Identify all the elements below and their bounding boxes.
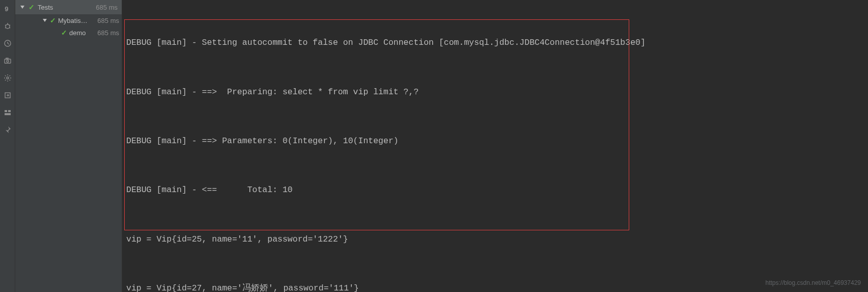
check-icon: ✓ (29, 3, 35, 11)
svg-line-5 (5, 28, 6, 28)
svg-point-1 (6, 24, 10, 29)
console-line: DEBUG [main] - ==> Parameters: 0(Integer… (126, 133, 864, 149)
svg-rect-15 (5, 113, 11, 115)
tool-icon-bar: 9 (0, 0, 15, 292)
console-output[interactable]: DEBUG [main] - Setting autocommit to fal… (122, 0, 868, 292)
gear-icon[interactable] (3, 73, 12, 83)
console-line: vip = Vip{id=25, name='11', password='12… (126, 231, 864, 248)
layout-icon[interactable] (3, 108, 12, 117)
console-line: DEBUG [main] - <== Total: 10 (126, 182, 864, 198)
svg-point-9 (7, 60, 9, 62)
camera-icon[interactable] (3, 56, 12, 65)
rerun-icon[interactable]: 9 (3, 4, 12, 13)
check-icon: ✓ (50, 16, 56, 24)
tests-header[interactable]: ✓ Tests 685 ms (15, 0, 122, 14)
chevron-down-icon[interactable] (19, 4, 25, 10)
test-node-duration: 685 ms (97, 29, 122, 37)
test-tree-node[interactable]: ✓ demo 685 ms (15, 26, 122, 39)
test-tree-panel: ✓ Tests 685 ms ✓ MybatisCacheTest 685 ms… (15, 0, 122, 292)
check-icon: ✓ (61, 29, 67, 37)
svg-rect-10 (6, 58, 8, 59)
svg-rect-14 (8, 110, 11, 112)
svg-text:9: 9 (5, 6, 9, 13)
test-node-label: MybatisCacheTest (58, 17, 90, 24)
svg-line-6 (9, 28, 10, 28)
console-line: DEBUG [main] - Setting autocommit to fal… (126, 35, 864, 51)
svg-marker-16 (20, 6, 24, 9)
test-tree-node[interactable]: ✓ MybatisCacheTest 685 ms (15, 14, 122, 26)
svg-line-4 (9, 25, 10, 25)
svg-rect-8 (5, 59, 11, 63)
test-node-duration: 685 ms (97, 17, 122, 24)
console-line: DEBUG [main] - ==> Preparing: select * f… (126, 84, 864, 100)
export-icon[interactable] (3, 91, 12, 100)
svg-marker-17 (43, 19, 47, 22)
test-node-label: demo (69, 29, 86, 37)
console-line: vip = Vip{id=27, name='冯娇娇', password='1… (126, 280, 864, 292)
tests-header-duration: 685 ms (96, 4, 118, 11)
chevron-down-icon[interactable] (42, 17, 48, 23)
watermark: https://blog.csdn.net/m0_46937429 (766, 277, 861, 289)
tests-header-label: Tests (38, 4, 53, 11)
history-icon[interactable] (3, 39, 12, 48)
svg-rect-13 (5, 110, 7, 112)
pin-icon[interactable] (3, 125, 12, 135)
svg-line-3 (5, 25, 6, 25)
debug-icon[interactable] (3, 21, 12, 31)
svg-point-11 (7, 77, 9, 79)
